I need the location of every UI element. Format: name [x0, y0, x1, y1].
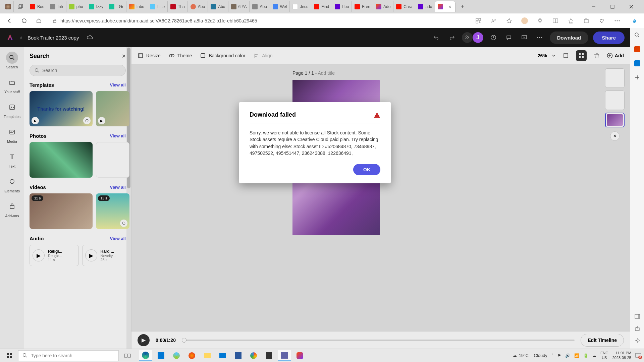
browser-tab[interactable]: Tha — [168, 1, 188, 12]
plus-sidebar-icon[interactable] — [634, 74, 640, 80]
taskbar-app-store[interactable] — [154, 350, 168, 361]
heart-icon[interactable] — [596, 15, 607, 26]
browser-tab[interactable]: Abo — [250, 1, 270, 12]
home-button[interactable] — [34, 15, 44, 26]
browser-tab-active[interactable]: × — [435, 1, 455, 12]
profile-tab[interactable] — [3, 1, 14, 12]
browser-tab[interactable]: I bo — [332, 1, 352, 12]
favorites-list-icon[interactable] — [566, 15, 576, 26]
browser-tab[interactable]: Abo — [188, 1, 208, 12]
page-thumb[interactable] — [605, 68, 625, 88]
start-button[interactable] — [3, 350, 16, 361]
invite-button[interactable] — [462, 32, 473, 43]
taskbar-app-chrome[interactable] — [247, 350, 260, 361]
more-icon[interactable] — [612, 15, 623, 26]
rail-your-stuff[interactable]: Your stuff — [3, 76, 21, 94]
browser-tab[interactable]: Crea — [393, 1, 415, 12]
video-thumb[interactable]: 11 s — [30, 193, 93, 229]
rail-templates[interactable]: Templates — [3, 101, 21, 119]
play-button[interactable]: ▶ — [138, 334, 150, 346]
present-icon[interactable] — [519, 32, 530, 43]
add-page-button[interactable]: Add — [607, 53, 624, 59]
tray-icon[interactable]: ⚑ — [557, 353, 561, 358]
split-icon[interactable] — [550, 15, 561, 26]
taskbar-app-notes[interactable] — [262, 350, 276, 361]
videos-view-all[interactable]: View all — [110, 185, 126, 190]
back-button[interactable] — [4, 15, 15, 26]
audio-play-button[interactable]: ▶ — [85, 249, 97, 261]
templates-view-all[interactable]: View all — [110, 82, 126, 87]
tab-actions-icon[interactable] — [14, 4, 27, 9]
photo-thumb[interactable] — [96, 142, 129, 178]
taskbar-app-edge[interactable] — [139, 350, 152, 361]
apps-icon[interactable] — [473, 15, 484, 26]
extensions-icon[interactable] — [535, 15, 545, 26]
notifications-button[interactable]: 8 — [635, 353, 641, 358]
task-view-button[interactable] — [121, 350, 134, 361]
taskbar-app-word[interactable] — [231, 350, 245, 361]
collections-icon[interactable] — [581, 15, 592, 26]
more-options-icon[interactable] — [534, 32, 545, 43]
refresh-button[interactable] — [19, 15, 30, 26]
settings-sidebar-icon[interactable] — [635, 338, 640, 343]
redo-button[interactable] — [446, 32, 457, 43]
volume-icon[interactable]: 🔊 — [565, 353, 570, 358]
onedrive-icon[interactable]: ☁ — [592, 353, 596, 358]
share-sidebar-icon[interactable] — [635, 326, 640, 331]
video-thumb[interactable]: 15 s — [96, 193, 129, 229]
minimize-button[interactable] — [586, 2, 601, 12]
read-aloud-icon[interactable]: A» — [488, 15, 499, 26]
timeline-track[interactable] — [182, 340, 575, 341]
browser-tab[interactable]: Ado — [373, 1, 393, 12]
page-label[interactable]: Page 1 / 1 - Add title — [292, 70, 335, 76]
bing-icon[interactable] — [629, 15, 640, 26]
rail-addons[interactable]: Add-ons — [3, 200, 21, 218]
close-thumbs-button[interactable]: × — [610, 131, 620, 141]
chevron-down-icon[interactable] — [552, 54, 556, 58]
audio-item[interactable]: ▶ Religi...Religio...11 s — [30, 245, 79, 266]
close-tab-icon[interactable]: × — [447, 4, 452, 9]
search-input[interactable] — [30, 65, 126, 76]
audio-view-all[interactable]: View all — [110, 236, 126, 241]
browser-tab[interactable]: pho — [66, 1, 86, 12]
zoom-level[interactable]: 26% — [538, 53, 547, 58]
browser-tab[interactable]: ado — [415, 1, 435, 12]
taskbar-app-firefox[interactable] — [185, 350, 199, 361]
taskbar-search[interactable]: Type here to search — [18, 350, 119, 361]
cloud-sync-icon[interactable] — [86, 35, 93, 40]
browser-tab[interactable]: Free — [352, 1, 373, 12]
browser-tab[interactable]: 6 YA — [228, 1, 250, 12]
outlook-sidebar-icon[interactable] — [634, 60, 640, 66]
delete-button[interactable] — [591, 50, 602, 61]
panel-close-button[interactable]: × — [122, 52, 126, 60]
audio-item[interactable]: ▶ Hard ...Novelty...25 s — [82, 245, 131, 266]
browser-tab[interactable]: Lice — [147, 1, 168, 12]
panel-icon[interactable] — [635, 314, 640, 319]
undo-button[interactable] — [431, 32, 442, 43]
browser-tab[interactable]: Jess — [290, 1, 311, 12]
close-window-button[interactable] — [624, 2, 639, 12]
template-thumb[interactable]: ▶ — [96, 91, 129, 126]
browser-tab[interactable]: Inbo — [126, 1, 147, 12]
browser-tab[interactable]: Izzy — [86, 1, 106, 12]
theme-button[interactable]: Theme — [169, 53, 192, 59]
comment-icon[interactable] — [503, 32, 514, 43]
timeline-scrubber[interactable] — [182, 338, 186, 343]
taskbar-app-explorer[interactable] — [201, 350, 214, 361]
audio-play-button[interactable]: ▶ — [33, 249, 45, 261]
office-sidebar-icon[interactable] — [634, 46, 640, 52]
page-thumb-selected[interactable] — [605, 113, 625, 127]
browser-tab[interactable]: - Gr — [106, 1, 126, 12]
tray-chevron-icon[interactable]: ˄ — [551, 353, 553, 358]
maximize-button[interactable] — [605, 2, 620, 12]
view-mode-button[interactable] — [560, 50, 571, 61]
language-indicator[interactable]: ENGUS — [600, 351, 608, 360]
back-arrow-icon[interactable]: ‹ — [20, 34, 22, 41]
page-thumb[interactable] — [605, 90, 625, 110]
wifi-icon[interactable]: 📶 — [574, 353, 579, 358]
browser-tab[interactable]: Wel — [270, 1, 290, 12]
template-thumb[interactable]: Thanks for watching! ▶ — [30, 91, 93, 126]
taskbar-app-mail[interactable] — [216, 350, 229, 361]
rail-elements[interactable]: Elements — [3, 176, 21, 193]
photos-view-all[interactable]: View all — [110, 133, 126, 138]
